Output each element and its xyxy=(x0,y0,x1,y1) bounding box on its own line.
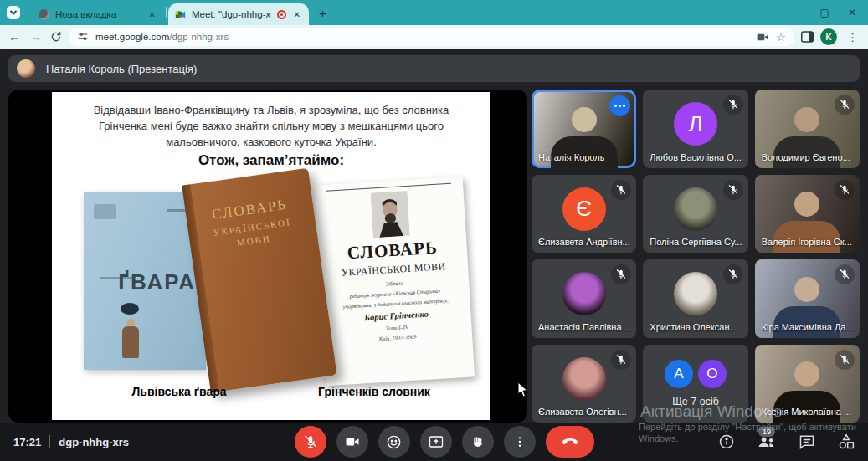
window-controls: — ▢ ✕ xyxy=(792,7,856,18)
tile-menu-button[interactable] xyxy=(609,95,630,116)
participant-name: Кіра Максимівна Да... xyxy=(762,322,854,332)
gvara-title: ҐВАРА xyxy=(118,269,196,295)
forward-button[interactable]: → xyxy=(28,30,44,44)
participant-name: Єлизавета Олегівн... xyxy=(538,407,627,417)
mic-muted-icon xyxy=(835,264,855,284)
reload-button[interactable] xyxy=(50,31,62,43)
mic-muted-icon xyxy=(611,264,631,284)
back-button[interactable]: ← xyxy=(7,30,22,44)
speech-bubble-illustration xyxy=(121,303,139,315)
site-settings-icon[interactable] xyxy=(77,31,89,43)
presenter-avatar xyxy=(17,59,35,78)
tab-title: Нова вкладка xyxy=(55,9,141,19)
recording-indicator-icon xyxy=(277,10,286,19)
mic-muted-icon xyxy=(835,350,855,370)
presenter-name: Наталія Король (Презентація) xyxy=(46,63,197,75)
person-silhouette-head xyxy=(794,277,819,302)
clock-time: 17:21 xyxy=(13,436,41,448)
url-bar[interactable]: meet.google.com/dgp-nhhg-xrs ☆ xyxy=(69,28,794,46)
overflow-avatar: A xyxy=(665,360,693,388)
presenter-banner: Наталія Король (Презентація) xyxy=(8,55,860,82)
mic-mute-button[interactable] xyxy=(295,426,326,458)
camera-permission-icon[interactable] xyxy=(757,32,769,43)
new-tab-button[interactable]: + xyxy=(319,6,326,20)
figure-illustration xyxy=(127,319,135,326)
camera-button[interactable] xyxy=(336,426,368,458)
windows-activation-watermark-sub: Перейдіть до розділу "Настройки", щоб ак… xyxy=(639,421,863,445)
call-controls xyxy=(295,426,594,458)
participant-name: Любов Василівна О... xyxy=(650,152,742,162)
dictionary-caption: Грінченків словник xyxy=(290,385,458,398)
slide-heading: Отож, запам’ятаймо: xyxy=(52,152,490,169)
participant-avatar xyxy=(674,272,717,315)
tab-separator xyxy=(166,7,167,18)
gvara-caption: Львівська ґвара xyxy=(104,385,254,398)
participant-avatar xyxy=(562,357,606,401)
mic-muted-icon xyxy=(611,180,631,200)
mic-muted-icon xyxy=(723,180,743,200)
participant-tile[interactable]: Є Єлизавета Андріївн... xyxy=(532,175,636,254)
person-silhouette-head xyxy=(794,361,819,387)
participant-tile[interactable]: Володимир Євгено... xyxy=(755,90,860,168)
presentation-stage[interactable]: Відвідавши Івано-Франківщину та Львів, я… xyxy=(8,90,527,423)
side-panel-icon[interactable] xyxy=(801,31,814,43)
slide-paragraph: Відвідавши Івано-Франківщину та Львів, я… xyxy=(74,103,469,151)
participant-tile[interactable]: Єлизавета Олегівн... xyxy=(532,345,636,423)
browser-tabstrip: Нова вкладка ✕ Meet: "dgp-nhhg-xrs" ✕ + … xyxy=(0,0,868,25)
participant-name: Христина Олексан... xyxy=(650,322,737,332)
participant-tile[interactable]: Валерія Ігорівна Ск... xyxy=(755,175,860,254)
hrinchenko-portrait xyxy=(371,191,410,238)
window-close-button[interactable]: ✕ xyxy=(848,7,856,18)
participant-tile[interactable]: Христина Олексан... xyxy=(643,259,747,338)
title-page-rule xyxy=(326,183,450,192)
meeting-code: dgp-nhhg-xrs xyxy=(59,436,129,448)
dictionary-title-page: СЛОВАРЬ УКРАЇНСЬКОЇ МОВИ Зібрала редакці… xyxy=(314,177,475,386)
app-window: Нова вкладка ✕ Meet: "dgp-nhhg-xrs" ✕ + … xyxy=(0,0,868,461)
bookmark-star-icon[interactable]: ☆ xyxy=(776,31,786,44)
window-maximize-button[interactable]: ▢ xyxy=(820,7,829,18)
favicon-new-tab-icon xyxy=(39,9,49,20)
reactions-button[interactable] xyxy=(378,426,410,458)
mic-muted-icon xyxy=(835,180,855,200)
figure-illustration xyxy=(122,326,139,358)
tab-close-icon[interactable]: ✕ xyxy=(147,10,157,19)
profile-avatar[interactable]: K xyxy=(820,28,837,45)
tab-search-chevron-icon[interactable] xyxy=(7,6,20,19)
participant-avatar: Л xyxy=(674,102,717,146)
participant-tile[interactable]: Поліна Сергіївна Су... xyxy=(643,175,747,254)
participant-avatar: Є xyxy=(562,187,606,231)
browser-toolbar: ← → meet.google.com/dgp-nhhg-xrs ☆ K ⋮ xyxy=(0,25,868,49)
url-text[interactable]: meet.google.com/dgp-nhhg-xrs xyxy=(95,32,750,42)
presentation-slide: Відвідавши Івано-Франківщину та Львів, я… xyxy=(52,92,490,420)
divider xyxy=(49,435,50,448)
participant-name: Наталія Король xyxy=(538,152,604,162)
participant-name: Анастасія Павлівна ... xyxy=(538,322,632,332)
window-minimize-button[interactable]: — xyxy=(792,7,802,18)
participant-tile[interactable]: Л Любов Василівна О... xyxy=(643,90,747,168)
participant-grid: Наталія Король Л Любов Василівна О... xyxy=(532,90,860,423)
end-call-button[interactable] xyxy=(546,426,594,458)
participant-tile[interactable]: Анастасія Павлівна ... xyxy=(532,259,636,338)
more-options-button[interactable] xyxy=(504,426,536,458)
mic-muted-icon xyxy=(723,264,743,284)
participant-name: Поліна Сергіївна Су... xyxy=(650,237,742,247)
overflow-avatar: O xyxy=(698,360,727,388)
mic-muted-icon xyxy=(611,350,631,370)
participant-name: Валерія Ігорівна Ск... xyxy=(762,237,852,247)
participant-tile[interactable]: Наталія Король xyxy=(532,90,636,168)
participant-tile[interactable]: Кіра Максимівна Да... xyxy=(755,259,860,338)
participant-avatar xyxy=(674,187,717,231)
mic-muted-icon xyxy=(723,95,743,115)
meeting-info: 17:21 dgp-nhhg-xrs xyxy=(13,423,129,461)
tab-close-icon[interactable]: ✕ xyxy=(292,10,302,19)
tab-new-tab[interactable]: Нова вкладка ✕ xyxy=(32,3,164,25)
raise-hand-button[interactable] xyxy=(462,426,494,458)
mic-muted-icon xyxy=(835,95,855,115)
present-screen-button[interactable] xyxy=(420,426,452,458)
person-silhouette-head xyxy=(794,107,819,132)
windows-activation-watermark: Активація Windows xyxy=(640,402,782,421)
tab-meet[interactable]: Meet: "dgp-nhhg-xrs" ✕ xyxy=(168,3,309,25)
participant-name: Єлизавета Андріївн... xyxy=(538,237,630,247)
browser-menu-icon[interactable]: ⋮ xyxy=(844,31,861,44)
meet-page: Наталія Король (Презентація) Відвідавши … xyxy=(0,49,868,461)
